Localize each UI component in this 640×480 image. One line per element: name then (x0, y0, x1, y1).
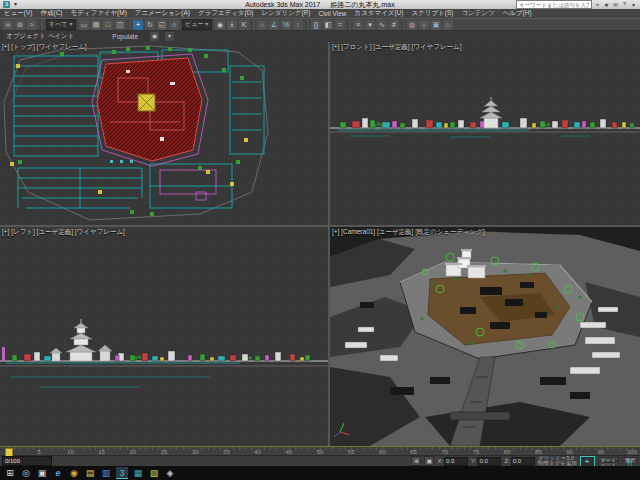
toolbar-separator (402, 20, 404, 30)
set-key-mode-button[interactable]: セット (598, 462, 619, 466)
left-view-wireframe-drawing (0, 227, 328, 446)
selection-region-icon[interactable]: □ (103, 20, 113, 30)
align-icon[interactable]: = (335, 20, 345, 30)
x-coordinate-field[interactable]: 0.0 (444, 457, 468, 466)
y-coordinate-group: Y: 0.0 (471, 457, 501, 466)
populate-icon[interactable]: ◉ (150, 32, 159, 41)
photos-app-icon[interactable]: ▦ (132, 467, 144, 479)
percent-snap-icon[interactable]: % (281, 20, 291, 30)
keyboard-override-icon[interactable]: K (239, 20, 249, 30)
snap-toggle-icon[interactable]: ∩ (257, 20, 267, 30)
menu-item-9[interactable]: スクリプト(S) (407, 9, 457, 18)
render-production-icon[interactable]: ♨ (443, 20, 453, 30)
reference-coordinate-dropdown[interactable]: ビュー▾ (182, 19, 212, 30)
material-editor-icon[interactable]: ◍ (407, 20, 417, 30)
mail-app-icon[interactable]: ▥ (100, 467, 112, 479)
schematic-view-icon[interactable]: # (389, 20, 399, 30)
chrome-browser-icon[interactable]: ◉ (68, 467, 80, 479)
ribbon-toggle-icon[interactable]: ▾ (365, 20, 375, 30)
z-coordinate-group: Z: 0.0 (504, 457, 534, 466)
render-setup-icon[interactable]: ☼ (419, 20, 429, 30)
x-coordinate-group: X: 0.0 (437, 457, 468, 466)
viewport-camera-label[interactable]: [+] [Camera01] [ユーザ定義] [既定のシェーディング] (332, 228, 485, 237)
named-selection-sets-icon[interactable]: {} (311, 20, 321, 30)
frame-tick-70: 70 (441, 449, 448, 455)
toolbar-separator (40, 20, 42, 30)
selection-filter-dropdown[interactable]: すべて▾ (46, 19, 76, 30)
menu-item-8[interactable]: カスタマイズ(U) (351, 9, 408, 18)
viewport-top-label[interactable]: [+] [トップ] [ワイヤフレーム] (2, 43, 87, 52)
frame-tick-25: 25 (161, 449, 168, 455)
menu-item-4[interactable]: アニメーション(A) (131, 9, 194, 18)
absolute-offset-toggle-icon[interactable]: ⊕ (411, 456, 421, 466)
select-move-icon[interactable]: + (133, 20, 143, 30)
viewport-camera[interactable]: [+] [Camera01] [ユーザ定義] [既定のシェーディング] (330, 227, 640, 446)
ribbon-tab-2[interactable]: Populate (106, 33, 144, 40)
viewport-front[interactable]: [+] [フロント] [ユーザ定義] [ワイヤフレーム] (330, 42, 640, 225)
select-by-name-icon[interactable]: ▤ (91, 20, 101, 30)
signin-menu-icon[interactable]: ▾ (630, 1, 637, 8)
infocenter-search-input[interactable] (516, 0, 592, 9)
angle-snap-icon[interactable]: ∠ (269, 20, 279, 30)
3ds-max-window: 3▾ Autodesk 3ds Max 2017 姫路二の丸本丸.max »★✉… (0, 0, 640, 480)
z-coordinate-field[interactable]: 0.0 (511, 457, 535, 466)
app-name: Autodesk 3ds Max 2017 (245, 1, 320, 8)
windows-taskbar: ⊞◎▣e◉▤▥3▦▧◈ (0, 466, 640, 480)
app-menu-icon[interactable]: 3 (3, 1, 10, 8)
settings-app-icon[interactable]: ◈ (164, 467, 176, 479)
frame-tick-20: 20 (129, 449, 136, 455)
start-button[interactable]: ⊞ (4, 467, 16, 479)
viewport-nav-icon[interactable]: ∏ (622, 461, 638, 466)
select-rotate-icon[interactable]: ↻ (145, 20, 155, 30)
window-crossing-icon[interactable]: ◫ (115, 20, 125, 30)
y-coordinate-field[interactable]: 0.0 (477, 457, 501, 466)
toolbar-separator (348, 20, 350, 30)
menu-item-6[interactable]: レンダリング(R) (258, 9, 315, 18)
viewport-splitter-vertical[interactable] (328, 42, 330, 446)
search-go-icon[interactable]: » (594, 1, 601, 8)
curve-editor-icon[interactable]: ∿ (377, 20, 387, 30)
viewport-top[interactable]: [+] [トップ] [ワイヤフレーム] (0, 42, 328, 225)
maxscript-mini-listener[interactable]: 0/100 (2, 456, 52, 466)
qat-dropdown-icon[interactable]: ▾ (12, 1, 19, 8)
task-view-icon[interactable]: ▣ (36, 467, 48, 479)
spinner-snap-icon[interactable]: ↕ (293, 20, 303, 30)
set-keys-button[interactable]: + (580, 456, 595, 467)
auto-key-button[interactable]: オート (598, 457, 619, 461)
viewport-left-label[interactable]: [+] [レフト] [ユーザ定義] [ワイヤフレーム] (2, 228, 125, 237)
viewport-left[interactable]: [+] [レフト] [ユーザ定義] [ワイヤフレーム] (0, 227, 328, 446)
calculator-app-icon[interactable]: ▧ (148, 467, 160, 479)
cortana-search-icon[interactable]: ◎ (20, 467, 32, 479)
rendered-frame-icon[interactable]: ▣ (431, 20, 441, 30)
help-icon[interactable]: ? (621, 1, 628, 8)
communication-center-icon[interactable]: ✉ (612, 1, 619, 8)
select-place-icon[interactable]: ⌂ (169, 20, 179, 30)
menu-item-1[interactable]: ビュー(V) (0, 9, 36, 18)
menu-item-10[interactable]: コンテンツ (457, 9, 498, 18)
infocenter: »★✉?▾ (516, 0, 640, 9)
ribbon-tab-1[interactable]: オブジェクト ペイント (0, 32, 80, 41)
select-manipulate-icon[interactable]: ± (227, 20, 237, 30)
menu-item-5[interactable]: グラフエディタ(D) (194, 9, 258, 18)
unlink-selection-icon[interactable]: ⊘ (15, 20, 25, 30)
3ds-max-taskbar-icon[interactable]: 3 (116, 467, 128, 479)
ribbon-collapse-icon[interactable]: ▾ (165, 32, 174, 41)
menu-item-11[interactable]: ヘルプ(H) (499, 9, 536, 18)
menu-item-3[interactable]: モディファイヤ(M) (67, 9, 131, 18)
layer-manager-icon[interactable]: ≡ (353, 20, 363, 30)
viewport-splitter-horizontal[interactable] (0, 225, 640, 227)
select-scale-icon[interactable]: ◱ (157, 20, 167, 30)
mirror-icon[interactable]: ◧ (323, 20, 333, 30)
menu-item-7[interactable]: Civil View (314, 10, 350, 17)
bind-to-spacewarp-icon[interactable]: ≈ (27, 20, 37, 30)
edge-browser-icon[interactable]: e (52, 467, 64, 479)
use-pivot-center-icon[interactable]: ◉ (215, 20, 225, 30)
select-link-icon[interactable]: ∞ (3, 20, 13, 30)
select-object-icon[interactable]: ▭ (79, 20, 89, 30)
file-explorer-icon[interactable]: ▤ (84, 467, 96, 479)
selection-lock-icon[interactable]: ▣ (424, 456, 434, 466)
favorites-star-icon[interactable]: ★ (603, 1, 610, 8)
frame-tick-95: 95 (597, 449, 604, 455)
viewport-front-label[interactable]: [+] [フロント] [ユーザ定義] [ワイヤフレーム] (332, 43, 462, 52)
menu-item-2[interactable]: 作成(C) (36, 9, 66, 18)
